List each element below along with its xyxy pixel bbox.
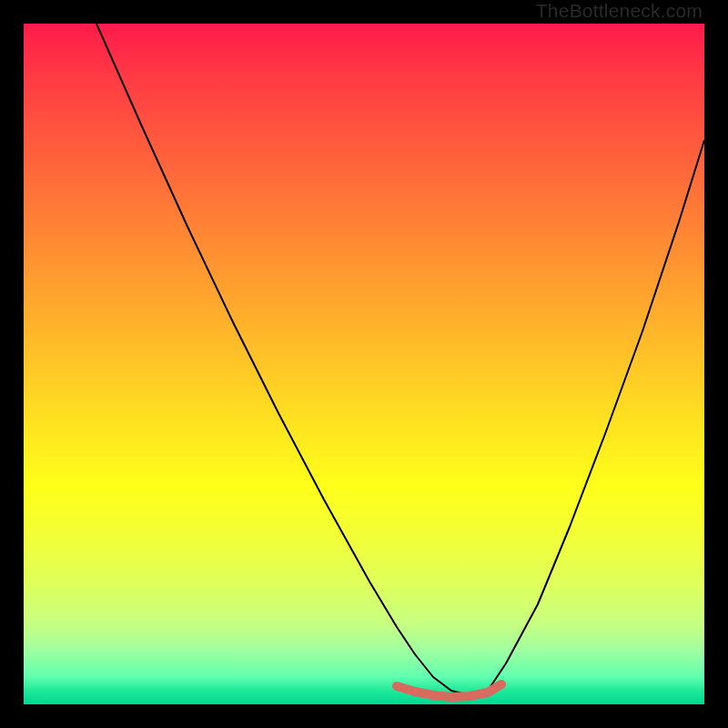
series-curve — [96, 24, 704, 695]
watermark-text: TheBottleneck.com — [536, 0, 703, 22]
curve-layer — [24, 24, 704, 704]
chart-frame: TheBottleneck.com — [0, 0, 728, 728]
series-bottom-highlight — [397, 684, 501, 697]
plot-area — [24, 24, 704, 704]
